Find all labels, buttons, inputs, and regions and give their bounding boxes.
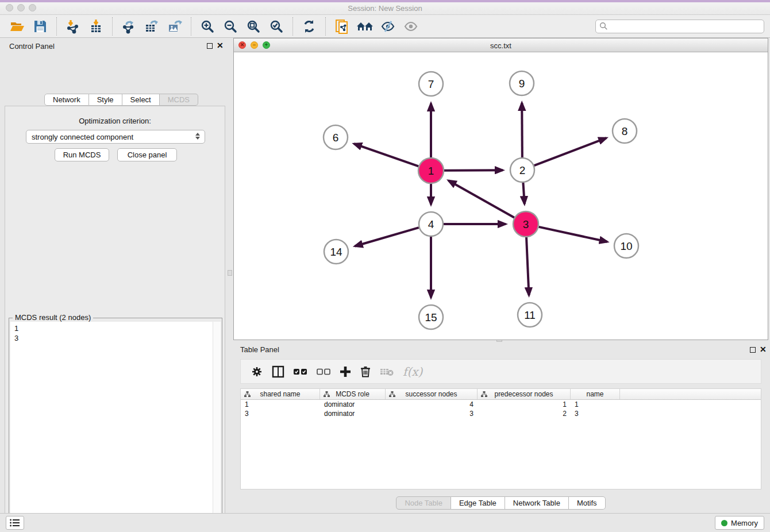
graph-edge[interactable] bbox=[526, 237, 529, 295]
zoom-selected-button[interactable] bbox=[267, 17, 286, 36]
tab-motifs[interactable]: Motifs bbox=[569, 496, 606, 510]
checked-boxes-icon bbox=[294, 368, 307, 375]
delete-columns-button[interactable] bbox=[360, 366, 371, 377]
zoom-fit-icon bbox=[246, 19, 261, 34]
tab-edge-table[interactable]: Edge Table bbox=[451, 496, 505, 510]
search-input[interactable] bbox=[610, 22, 760, 30]
column-header-successor-nodes[interactable]: successor nodes bbox=[386, 389, 478, 399]
create-column-button[interactable] bbox=[340, 366, 351, 377]
float-table-panel-icon[interactable] bbox=[750, 347, 756, 353]
plus-icon bbox=[340, 366, 351, 377]
import-network-button[interactable] bbox=[64, 17, 82, 36]
column-header-shared-name[interactable]: shared name bbox=[241, 389, 320, 399]
titlebar-tint bbox=[0, 0, 770, 2]
run-mcds-button[interactable]: Run MCDS bbox=[55, 148, 109, 161]
graph-edge[interactable] bbox=[444, 170, 503, 171]
graph-edge[interactable] bbox=[448, 180, 514, 218]
tab-style[interactable]: Style bbox=[89, 94, 122, 106]
graph-edge[interactable] bbox=[522, 103, 522, 157]
graph-edge[interactable] bbox=[538, 227, 607, 242]
export-table-button[interactable] bbox=[143, 17, 161, 36]
toolbar-separator bbox=[292, 17, 293, 36]
cell-shared-name[interactable]: 3 bbox=[241, 409, 320, 418]
table-row[interactable]: 3 dominator 3 2 3 bbox=[241, 409, 761, 418]
search-box[interactable] bbox=[595, 20, 764, 33]
network-analyzer-button[interactable] bbox=[356, 17, 374, 36]
cell-successor-nodes[interactable]: 3 bbox=[386, 409, 478, 418]
cell-predecessor-nodes[interactable]: 1 bbox=[478, 400, 571, 409]
graph-edge[interactable] bbox=[523, 183, 524, 204]
tree-icon bbox=[481, 391, 487, 398]
import-table-button[interactable] bbox=[87, 17, 105, 36]
tree-icon bbox=[389, 391, 395, 398]
open-session-button[interactable] bbox=[8, 17, 26, 36]
export-image-button[interactable] bbox=[165, 17, 184, 36]
tab-network-table[interactable]: Network Table bbox=[505, 496, 569, 510]
function-builder-button[interactable]: f(x) bbox=[403, 365, 422, 379]
import-table-icon bbox=[88, 19, 103, 34]
refresh-button[interactable] bbox=[300, 17, 318, 36]
column-header-predecessor-nodes[interactable]: predecessor nodes bbox=[478, 389, 571, 399]
control-panel-title: Control Panel bbox=[9, 42, 55, 51]
unselect-all-columns-button[interactable] bbox=[317, 368, 330, 375]
zoom-out-button[interactable] bbox=[221, 17, 240, 36]
delete-table-button[interactable] bbox=[380, 367, 394, 376]
zoom-in-button[interactable] bbox=[198, 17, 217, 36]
cell-mcds-role[interactable]: dominator bbox=[320, 400, 386, 409]
task-history-button[interactable] bbox=[6, 516, 24, 530]
graph-edge[interactable] bbox=[534, 138, 607, 165]
show-column-button[interactable] bbox=[272, 365, 284, 378]
mcds-result-title: MCDS result (2 nodes) bbox=[13, 313, 93, 322]
memory-button[interactable]: Memory bbox=[715, 516, 764, 530]
show-details-button[interactable] bbox=[402, 17, 420, 36]
tab-mcds[interactable]: MCDS bbox=[160, 94, 198, 106]
export-table-icon bbox=[144, 19, 159, 34]
mcds-panel: Optimization criterion: strongly connect… bbox=[5, 106, 225, 532]
cell-predecessor-nodes[interactable]: 2 bbox=[478, 409, 571, 418]
export-network-button[interactable] bbox=[120, 17, 138, 36]
clone-network-button[interactable] bbox=[333, 17, 351, 36]
column-header-name[interactable]: name bbox=[571, 389, 620, 399]
graph-edge[interactable] bbox=[355, 228, 419, 246]
tab-node-table[interactable]: Node Table bbox=[396, 496, 451, 510]
column-label: MCDS role bbox=[336, 390, 369, 398]
zoom-out-icon bbox=[223, 19, 238, 34]
select-all-columns-button[interactable] bbox=[294, 368, 307, 375]
delete-table-icon bbox=[380, 367, 394, 376]
table-settings-button[interactable] bbox=[251, 366, 263, 377]
close-table-panel-icon[interactable]: ✕ bbox=[760, 345, 767, 354]
save-session-button[interactable] bbox=[31, 17, 49, 36]
list-icon bbox=[10, 519, 20, 527]
hide-details-button[interactable] bbox=[379, 17, 397, 36]
optimization-criterion-select[interactable]: strongly connected component bbox=[26, 130, 205, 144]
refresh-icon bbox=[302, 19, 317, 34]
column-header-mcds-role[interactable]: MCDS role bbox=[320, 389, 386, 399]
result-scrollbar[interactable] bbox=[213, 322, 221, 532]
cell-mcds-role[interactable]: dominator bbox=[320, 409, 386, 418]
tab-network[interactable]: Network bbox=[44, 94, 89, 106]
cell-name[interactable]: 3 bbox=[571, 409, 620, 418]
zoom-in-icon bbox=[200, 19, 215, 34]
table-row[interactable]: 1 dominator 4 1 1 bbox=[241, 400, 761, 409]
column-label: successor nodes bbox=[405, 390, 457, 398]
float-panel-icon[interactable] bbox=[207, 43, 213, 49]
graph-node-label: 7 bbox=[428, 78, 434, 90]
select-chevrons-icon bbox=[195, 133, 200, 140]
vertical-splitter-grip[interactable] bbox=[228, 270, 232, 276]
column-label: shared name bbox=[260, 390, 300, 398]
network-canvas[interactable]: 7968124314101511 bbox=[234, 52, 768, 340]
graph-edge[interactable] bbox=[354, 144, 418, 166]
mcds-result-text[interactable]: 1 3 bbox=[10, 322, 213, 532]
close-panel-button[interactable]: Close panel bbox=[117, 148, 177, 161]
close-panel-icon[interactable]: ✕ bbox=[217, 41, 224, 50]
table-panel-title: Table Panel bbox=[240, 345, 279, 354]
open-folder-icon bbox=[10, 19, 25, 34]
graph-node-label: 11 bbox=[524, 309, 536, 321]
cell-name[interactable]: 1 bbox=[571, 400, 620, 409]
cell-successor-nodes[interactable]: 4 bbox=[386, 400, 478, 409]
cell-shared-name[interactable]: 1 bbox=[241, 400, 320, 409]
tab-select[interactable]: Select bbox=[122, 94, 160, 106]
network-window-titlebar[interactable]: ✕ − + scc.txt bbox=[234, 38, 768, 52]
zoom-fit-button[interactable] bbox=[244, 17, 263, 36]
app-titlebar: Session: New Session bbox=[0, 0, 770, 15]
